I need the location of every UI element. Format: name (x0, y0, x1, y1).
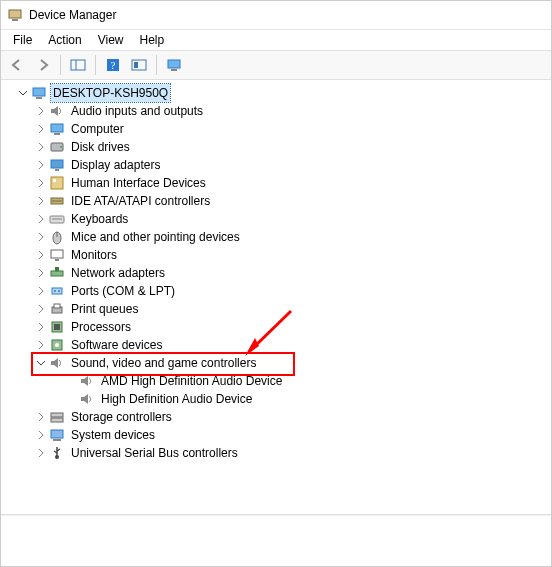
toolbar: ? (1, 50, 551, 80)
menu-file[interactable]: File (5, 31, 40, 49)
expand-icon[interactable] (35, 321, 47, 333)
tree-category[interactable]: Display adapters (1, 156, 551, 174)
tree-node-label: IDE ATA/ATAPI controllers (69, 192, 212, 210)
svg-rect-2 (71, 60, 85, 70)
tree-category[interactable]: Computer (1, 120, 551, 138)
expand-icon[interactable] (35, 339, 47, 351)
svg-rect-0 (9, 10, 21, 18)
expand-icon[interactable] (35, 231, 47, 243)
menu-action[interactable]: Action (40, 31, 89, 49)
tree-category[interactable]: Storage controllers (1, 408, 551, 426)
devices-by-type-button[interactable] (162, 53, 186, 77)
forward-button[interactable] (31, 53, 55, 77)
expand-icon[interactable] (35, 411, 47, 423)
port-icon (49, 283, 65, 299)
expand-icon[interactable] (35, 447, 47, 459)
svg-rect-36 (54, 324, 60, 330)
keyboard-icon (49, 211, 65, 227)
pc-icon (31, 85, 47, 101)
svg-rect-26 (51, 250, 63, 258)
tree-category[interactable]: Keyboards (1, 210, 551, 228)
expand-icon[interactable] (35, 249, 47, 261)
tree-category[interactable]: Monitors (1, 246, 551, 264)
tree-node-label: DESKTOP-KSH950Q (51, 84, 170, 102)
svg-rect-17 (55, 169, 59, 171)
speaker-icon (79, 391, 95, 407)
tree-device[interactable]: High Definition Audio Device (1, 390, 551, 408)
expand-icon[interactable] (35, 105, 47, 117)
tree-device[interactable]: AMD High Definition Audio Device (1, 372, 551, 390)
tree-node-label: Software devices (69, 336, 164, 354)
back-button[interactable] (5, 53, 29, 77)
expand-icon[interactable] (35, 159, 47, 171)
expand-icon[interactable] (35, 195, 47, 207)
toolbar-separator (156, 55, 157, 75)
tree-node-label: AMD High Definition Audio Device (99, 372, 284, 390)
scan-hardware-button[interactable] (127, 53, 151, 77)
tree-category[interactable]: Human Interface Devices (1, 174, 551, 192)
system-icon (49, 427, 65, 443)
svg-rect-27 (55, 259, 59, 261)
tree-category[interactable]: Network adapters (1, 264, 551, 282)
speaker-icon (49, 103, 65, 119)
tree-node-label: Display adapters (69, 156, 162, 174)
show-hide-console-button[interactable] (66, 53, 90, 77)
device-tree[interactable]: DESKTOP-KSH950QAudio inputs and outputsC… (1, 80, 551, 515)
tree-category[interactable]: Audio inputs and outputs (1, 102, 551, 120)
expand-icon[interactable] (35, 123, 47, 135)
expand-icon[interactable] (35, 177, 47, 189)
tree-category[interactable]: Sound, video and game controllers (1, 354, 551, 372)
svg-text:?: ? (111, 59, 116, 71)
tree-category[interactable]: Mice and other pointing devices (1, 228, 551, 246)
tree-node-label: System devices (69, 426, 157, 444)
speaker-icon (79, 373, 95, 389)
expander-placeholder (65, 375, 77, 387)
svg-rect-8 (168, 60, 180, 68)
tree-category[interactable]: System devices (1, 426, 551, 444)
expand-icon[interactable] (35, 267, 47, 279)
svg-rect-13 (54, 133, 60, 135)
tree-category[interactable]: Software devices (1, 336, 551, 354)
expander-placeholder (65, 393, 77, 405)
disk-icon (49, 139, 65, 155)
window-title: Device Manager (29, 8, 545, 22)
titlebar: Device Manager (1, 1, 551, 30)
tree-node-label: Ports (COM & LPT) (69, 282, 177, 300)
tree-node-label: Human Interface Devices (69, 174, 208, 192)
tree-node-label: High Definition Audio Device (99, 390, 254, 408)
printer-icon (49, 301, 65, 317)
monitor-icon (49, 247, 65, 263)
help-button[interactable]: ? (101, 53, 125, 77)
svg-point-32 (58, 290, 60, 292)
svg-rect-10 (33, 88, 45, 96)
app-icon (7, 7, 23, 23)
collapse-icon[interactable] (17, 87, 29, 99)
tree-node-label: Disk drives (69, 138, 132, 156)
collapse-icon[interactable] (35, 357, 47, 369)
tree-category[interactable]: Print queues (1, 300, 551, 318)
tree-node-label: Audio inputs and outputs (69, 102, 205, 120)
svg-rect-19 (53, 179, 56, 182)
tree-category[interactable]: Processors (1, 318, 551, 336)
computer-icon (49, 121, 65, 137)
tree-category[interactable]: Disk drives (1, 138, 551, 156)
expand-icon[interactable] (35, 303, 47, 315)
expand-icon[interactable] (35, 429, 47, 441)
svg-rect-9 (171, 69, 177, 71)
tree-node-label: Keyboards (69, 210, 130, 228)
menu-help[interactable]: Help (132, 31, 173, 49)
tree-category[interactable]: IDE ATA/ATAPI controllers (1, 192, 551, 210)
tree-category[interactable]: Universal Serial Bus controllers (1, 444, 551, 462)
tree-category[interactable]: Ports (COM & LPT) (1, 282, 551, 300)
speaker-icon (49, 355, 65, 371)
expand-icon[interactable] (35, 213, 47, 225)
tree-root-computer[interactable]: DESKTOP-KSH950Q (1, 84, 551, 102)
svg-rect-30 (52, 288, 62, 294)
expand-icon[interactable] (35, 141, 47, 153)
svg-rect-18 (51, 177, 63, 189)
tree-node-label: Storage controllers (69, 408, 174, 426)
svg-rect-42 (53, 439, 61, 441)
menu-view[interactable]: View (90, 31, 132, 49)
tree-node-label: Print queues (69, 300, 140, 318)
expand-icon[interactable] (35, 285, 47, 297)
